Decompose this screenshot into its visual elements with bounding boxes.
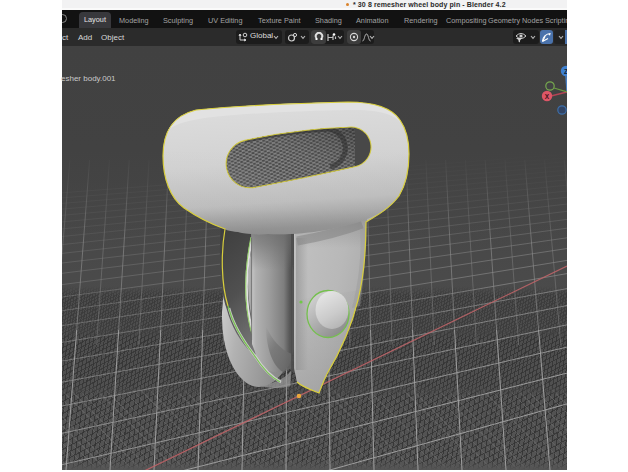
svg-text:Z: Z	[564, 68, 568, 75]
svg-text:X: X	[545, 93, 550, 100]
